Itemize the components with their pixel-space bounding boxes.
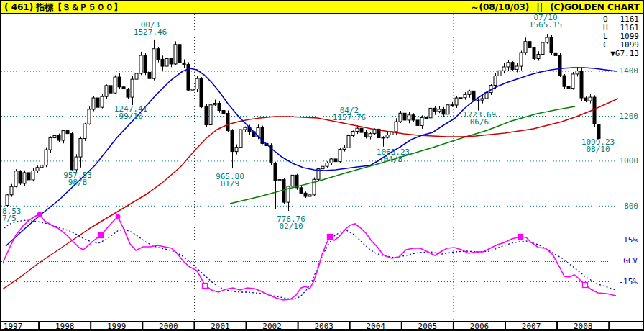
bull-candle <box>459 98 462 99</box>
bear-candle <box>58 135 60 140</box>
bear-candle <box>528 42 531 48</box>
trough-annotation: 957.5398/8 <box>63 172 92 186</box>
bear-candle <box>274 163 277 181</box>
bull-candle <box>291 175 294 186</box>
golden-cross-marker <box>98 233 104 238</box>
bull-candle <box>36 168 39 171</box>
golden-cross-marker <box>328 235 333 240</box>
bear-candle <box>567 86 570 88</box>
bear-candle <box>416 120 419 125</box>
trough-annotation: 1099.2308/10 <box>581 139 615 153</box>
bull-candle <box>239 130 242 148</box>
bear-candle <box>66 131 69 134</box>
bull-candle <box>351 132 354 136</box>
bear-candle <box>178 45 181 63</box>
plot-area <box>1 34 618 300</box>
y-axis-label: 1000 <box>620 156 639 166</box>
bear-candle <box>122 87 125 89</box>
bear-candle <box>282 180 285 203</box>
bull-candle <box>88 109 91 124</box>
golden-chart-app: ( 461) 指標【Ｓ＆Ｐ５００】 ～(08/10/03) || (C)GOLD… <box>0 0 644 331</box>
bull-candle <box>438 109 441 112</box>
trough-annotation: 965.8001/9 <box>216 173 244 188</box>
bull-candle <box>14 171 17 187</box>
bull-candle <box>308 195 311 196</box>
bear-candle <box>218 104 221 111</box>
bull-candle <box>429 108 432 117</box>
bull-candle <box>244 127 247 130</box>
bear-candle <box>144 55 147 72</box>
bull-candle <box>576 71 579 74</box>
bull-candle <box>23 173 26 183</box>
bull-candle <box>235 148 238 152</box>
bear-candle <box>563 76 566 86</box>
bear-candle <box>200 78 203 106</box>
bear-candle <box>593 97 596 124</box>
bull-candle <box>165 58 168 66</box>
bull-candle <box>6 195 9 206</box>
bull-candle <box>468 91 471 94</box>
bear-candle <box>222 111 225 114</box>
bear-candle <box>170 58 172 63</box>
bull-candle <box>40 166 43 168</box>
bull-candle <box>498 71 501 76</box>
y-axis-label: 1200 <box>620 112 639 121</box>
bull-candle <box>395 122 397 132</box>
bear-candle <box>27 173 30 180</box>
bear-candle <box>597 124 600 138</box>
close-label: C <box>603 41 608 50</box>
candles-group <box>6 34 600 211</box>
bear-candle <box>412 115 415 120</box>
oscillator-main-line <box>1 214 616 300</box>
trough-annotation: 776.7602/10 <box>277 216 305 230</box>
bear-candle <box>364 132 367 137</box>
bear-candle <box>304 193 307 196</box>
bull-candle <box>196 78 198 89</box>
bull-candle <box>446 105 449 114</box>
bull-candle <box>49 138 52 150</box>
bear-candle <box>360 128 363 132</box>
bull-candle <box>507 63 510 67</box>
bull-candle <box>571 74 574 89</box>
bear-candle <box>433 108 436 111</box>
bull-candle <box>386 135 389 137</box>
bull-candle <box>502 67 505 71</box>
bear-candle <box>451 105 454 106</box>
bull-candle <box>481 99 484 100</box>
bull-candle <box>209 105 212 125</box>
trough-annotation: 1247.4199/10 <box>114 106 147 120</box>
bull-candle <box>494 76 497 85</box>
bear-candle <box>550 37 553 53</box>
bull-candle <box>75 157 78 170</box>
trough-annotation: 1063.2304/8 <box>377 149 410 163</box>
bull-candle <box>152 49 155 78</box>
bear-candle <box>442 109 445 114</box>
dead-cross-marker <box>583 283 588 288</box>
bull-candle <box>369 134 372 137</box>
bull-candle <box>213 104 216 105</box>
bull-candle <box>92 98 95 109</box>
peak-annotation: 04/21157.76 <box>333 107 366 122</box>
bear-candle <box>334 159 337 162</box>
mid-moving-average <box>6 68 617 246</box>
bull-candle <box>101 96 104 107</box>
bull-candle <box>524 42 527 53</box>
bear-candle <box>511 63 514 70</box>
bull-candle <box>515 66 518 69</box>
bull-candle <box>343 148 346 149</box>
bull-candle <box>455 98 458 105</box>
bull-candle <box>83 124 86 138</box>
bear-candle <box>533 47 535 58</box>
y-axis-label: 800 <box>624 201 638 211</box>
golden-cross-marker <box>518 235 523 240</box>
bull-candle <box>399 113 402 122</box>
bull-candle <box>477 100 479 101</box>
bull-candle <box>131 79 134 97</box>
oscillator-axis-label: GCV <box>623 256 638 266</box>
bull-candle <box>10 186 13 195</box>
bear-candle <box>472 91 475 100</box>
trough-annotation: 8.537/5 <box>2 208 22 222</box>
bear-candle <box>157 49 160 60</box>
bull-candle <box>278 180 281 181</box>
bull-candle <box>114 77 116 93</box>
